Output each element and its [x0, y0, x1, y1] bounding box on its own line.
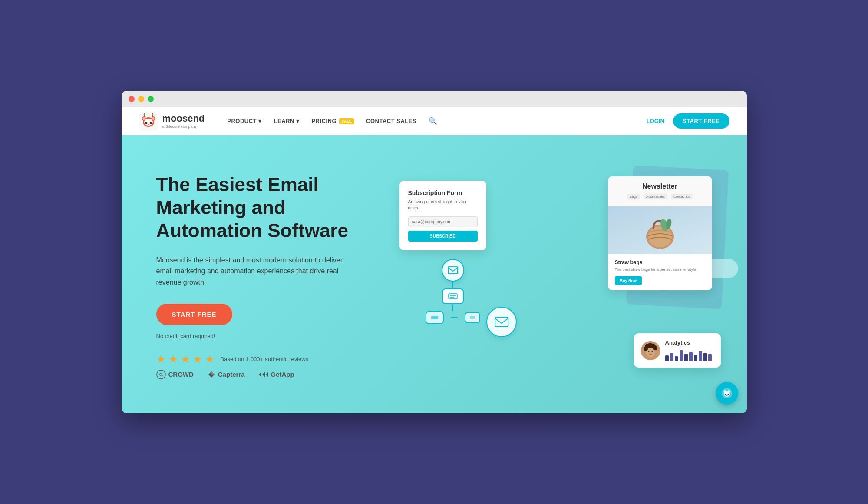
- logo-text-group: moosend a Sitecore company: [162, 113, 205, 128]
- buy-now-button[interactable]: Buy Now: [615, 276, 642, 285]
- svg-rect-22: [449, 294, 457, 299]
- flow-mini-icon-2: [469, 316, 475, 319]
- svg-point-32: [651, 351, 653, 352]
- sub-form-email-input[interactable]: [408, 216, 478, 227]
- logo-area[interactable]: moosend a Sitecore company: [139, 112, 205, 131]
- g2-crowd-logo: G CROWD: [156, 370, 194, 379]
- moosend-logo-icon: [139, 112, 158, 131]
- svg-point-37: [653, 346, 657, 350]
- svg-marker-15: [262, 372, 265, 377]
- newsletter-pill-contact: Contact us: [671, 194, 693, 199]
- sale-badge: SALE: [339, 118, 354, 124]
- start-free-nav-button[interactable]: START FREE: [673, 113, 729, 129]
- star-2: ★: [168, 353, 178, 365]
- newsletter-pill-bags: Bags: [627, 194, 640, 199]
- flow-node-right: [465, 312, 480, 323]
- analytics-avatar: [641, 341, 660, 360]
- svg-text:G: G: [159, 372, 163, 377]
- newsletter-title: Newsletter: [615, 182, 705, 190]
- email-envelope-icon: [495, 317, 508, 327]
- stars-row: ★ ★ ★ ★ ★ Based on 1,000+ authentic revi…: [156, 353, 382, 365]
- newsletter-item-title: Straw bags: [615, 259, 705, 265]
- hero-right: Subscription Form Amazing offers straigh…: [382, 172, 712, 381]
- chat-icon: [721, 388, 733, 399]
- svg-point-3: [145, 122, 147, 124]
- subscription-form-card: Subscription Form Amazing offers straigh…: [399, 181, 486, 250]
- svg-rect-5: [148, 124, 149, 125]
- star-4: ★: [193, 353, 202, 365]
- analytics-bar: [694, 355, 697, 361]
- nav-contact-sales[interactable]: CONTACT SALES: [366, 118, 416, 124]
- svg-point-31: [648, 351, 649, 352]
- navbar: moosend a Sitecore company PRODUCT ▾ LEA…: [122, 107, 747, 135]
- envelope-icon: [448, 266, 458, 274]
- nav-links: PRODUCT ▾ LEARN ▾ PRICING SALE CONTACT S…: [227, 117, 632, 125]
- analytics-bar: [675, 356, 678, 361]
- newsletter-image: [608, 206, 712, 254]
- analytics-card: Analytics: [634, 333, 721, 368]
- capterra-icon: [208, 371, 215, 378]
- newsletter-body: Straw bags The best straw bags for a per…: [608, 254, 712, 290]
- analytics-bar: [699, 351, 702, 361]
- hero-title: The Easiest Email Marketing and Automati…: [156, 173, 382, 242]
- analytics-bar: [684, 354, 688, 361]
- flow-row: [426, 311, 480, 324]
- avatar-illustration: [641, 341, 660, 360]
- svg-point-4: [149, 122, 152, 124]
- svg-rect-27: [495, 317, 508, 327]
- subscribe-button[interactable]: SUBSCRIBE: [408, 231, 478, 242]
- svg-rect-25: [431, 316, 438, 319]
- analytics-title: Analytics: [665, 339, 712, 346]
- sub-form-desc: Amazing offers straight to your inbox!: [408, 199, 478, 211]
- nav-right: LOGIN START FREE: [647, 113, 729, 129]
- chevron-icon: ▾: [296, 118, 300, 124]
- chat-button[interactable]: [716, 382, 738, 405]
- svg-point-43: [723, 390, 726, 393]
- getapp-logo: GetApp: [259, 371, 294, 378]
- hero-left: The Easiest Email Marketing and Automati…: [156, 173, 382, 379]
- analytics-bar: [689, 352, 693, 361]
- automation-flow: [426, 259, 480, 324]
- analytics-bar: [703, 353, 707, 361]
- analytics-content: Analytics: [665, 339, 712, 361]
- browser-dot-yellow[interactable]: [138, 96, 144, 102]
- flow-mini-icon: [431, 315, 439, 320]
- analytics-bar: [680, 350, 683, 361]
- chevron-icon: ▾: [258, 118, 262, 124]
- flow-node-left: [426, 311, 444, 324]
- hero-section: The Easiest Email Marketing and Automati…: [122, 135, 747, 413]
- start-free-hero-button[interactable]: START FREE: [156, 304, 232, 325]
- svg-point-44: [728, 390, 730, 393]
- newsletter-nav-pills: Bags Accessories Contact us: [615, 194, 705, 199]
- star-3: ★: [181, 353, 190, 365]
- no-credit-text: No credit card required!: [156, 333, 382, 339]
- review-logos: G CROWD Capterra: [156, 370, 382, 379]
- login-link[interactable]: LOGIN: [647, 118, 664, 124]
- browser-dot-red[interactable]: [129, 96, 135, 102]
- search-icon[interactable]: 🔍: [429, 117, 437, 125]
- nav-learn[interactable]: LEARN ▾: [274, 118, 300, 124]
- nav-product[interactable]: PRODUCT ▾: [227, 118, 261, 124]
- flow-node-email: [442, 259, 464, 282]
- analytics-bars: [665, 348, 712, 361]
- newsletter-header: Newsletter Bags Accessories Contact us: [608, 176, 712, 206]
- flow-line-2: [452, 304, 453, 311]
- svg-marker-13: [211, 371, 215, 375]
- newsletter-card: Newsletter Bags Accessories Contact us: [608, 176, 712, 290]
- svg-point-8: [142, 117, 145, 120]
- analytics-bar: [670, 353, 673, 361]
- analytics-bar: [665, 355, 669, 361]
- nav-pricing[interactable]: PRICING SALE: [311, 118, 354, 124]
- star-5: ★: [205, 353, 215, 365]
- svg-point-41: [727, 394, 729, 395]
- browser-dot-green[interactable]: [148, 96, 154, 102]
- flow-h-line: [451, 317, 458, 318]
- flow-line-1: [452, 282, 453, 288]
- getapp-icon: [259, 371, 268, 378]
- straw-bag-illustration: [638, 209, 682, 252]
- sub-form-title: Subscription Form: [408, 189, 478, 196]
- svg-marker-14: [259, 372, 261, 377]
- reviews-text: Based on 1,000+ authentic reviews: [221, 356, 309, 362]
- flow-box-icon: [448, 293, 458, 299]
- svg-rect-42: [726, 395, 727, 396]
